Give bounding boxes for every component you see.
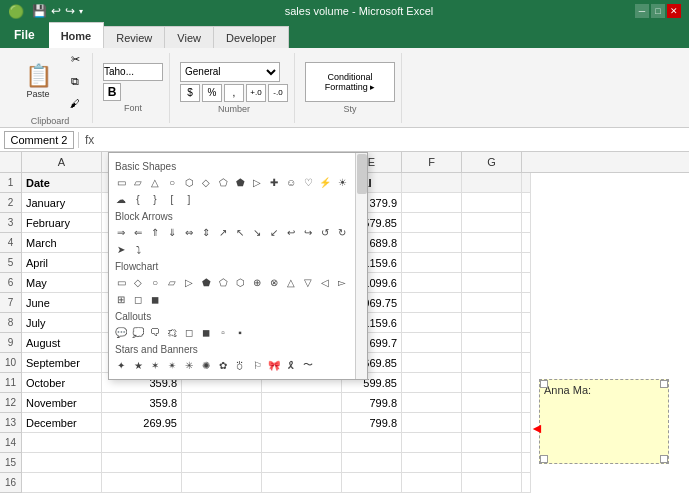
- tab-view[interactable]: View: [165, 26, 214, 48]
- bold-button[interactable]: B: [103, 83, 121, 101]
- cell-13-2[interactable]: [182, 413, 262, 433]
- callout-line[interactable]: ◻: [181, 324, 197, 340]
- shape-rectangle[interactable]: ▭: [113, 174, 129, 190]
- comment-resize-handle[interactable]: [660, 455, 668, 463]
- star-5pt[interactable]: ★: [130, 357, 146, 373]
- flow-punched-card[interactable]: ⊕: [249, 274, 265, 290]
- cell-8-6[interactable]: [462, 313, 522, 333]
- cell-14-1[interactable]: [102, 433, 182, 453]
- cell-14-6[interactable]: [462, 433, 522, 453]
- cell-16-4[interactable]: [342, 473, 402, 493]
- callout-cloud[interactable]: 🗯: [164, 324, 180, 340]
- ribbon-2[interactable]: 🎗: [283, 357, 299, 373]
- flow-decision[interactable]: ◇: [130, 274, 146, 290]
- dec-inc-btn[interactable]: +.0: [246, 84, 266, 102]
- flow-delay[interactable]: ◼: [147, 291, 163, 307]
- flow-extract[interactable]: ▻: [334, 274, 350, 290]
- cell-8-0[interactable]: July: [22, 313, 102, 333]
- cell-6-5[interactable]: [402, 273, 462, 293]
- font-name-input[interactable]: [103, 63, 163, 81]
- cell-1-5[interactable]: [402, 173, 462, 193]
- shape-hexagon[interactable]: ⬡: [181, 174, 197, 190]
- shape-lightning[interactable]: ⚡: [317, 174, 333, 190]
- cell-2-6[interactable]: [462, 193, 522, 213]
- cell-1-7[interactable]: [522, 173, 531, 193]
- name-box[interactable]: [4, 131, 74, 149]
- cell-14-7[interactable]: [522, 433, 531, 453]
- cell-13-0[interactable]: December: [22, 413, 102, 433]
- callout-bent-line[interactable]: ◼: [198, 324, 214, 340]
- comment-resize-handle-bl[interactable]: [540, 455, 548, 463]
- callout-double-line[interactable]: ▫: [215, 324, 231, 340]
- block-arrow-ud[interactable]: ⇕: [198, 224, 214, 240]
- close-btn[interactable]: ✕: [667, 4, 681, 18]
- cell-15-7[interactable]: [522, 453, 531, 473]
- redo-quick-btn[interactable]: ↪: [65, 4, 75, 18]
- shape-triangle[interactable]: △: [147, 174, 163, 190]
- shapes-panel-scrollbar[interactable]: [355, 153, 367, 379]
- undo-quick-btn[interactable]: ↩: [51, 4, 61, 18]
- cell-12-0[interactable]: November: [22, 393, 102, 413]
- cell-15-6[interactable]: [462, 453, 522, 473]
- callout-no-border[interactable]: ▪: [232, 324, 248, 340]
- cell-7-0[interactable]: June: [22, 293, 102, 313]
- block-arrow-curved-l[interactable]: ↪: [300, 224, 316, 240]
- shape-brace-r[interactable]: }: [147, 191, 163, 207]
- cell-16-5[interactable]: [402, 473, 462, 493]
- number-format-select[interactable]: General: [180, 62, 280, 82]
- block-arrow-ur[interactable]: ↗: [215, 224, 231, 240]
- col-header-f[interactable]: F: [402, 152, 462, 172]
- cell-13-3[interactable]: [262, 413, 342, 433]
- shape-arrow-right[interactable]: ▷: [249, 174, 265, 190]
- shape-cross[interactable]: ✚: [266, 174, 282, 190]
- block-arrow-ccw[interactable]: ↻: [334, 224, 350, 240]
- cell-9-0[interactable]: August: [22, 333, 102, 353]
- flow-data[interactable]: ▱: [164, 274, 180, 290]
- cell-4-0[interactable]: March: [22, 233, 102, 253]
- cell-7-5[interactable]: [402, 293, 462, 313]
- flow-collate[interactable]: ▽: [300, 274, 316, 290]
- block-arrow-striped[interactable]: ⤵: [130, 241, 146, 257]
- block-arrow-dl[interactable]: ↙: [266, 224, 282, 240]
- shape-bracket-r[interactable]: ]: [181, 191, 197, 207]
- cell-2-7[interactable]: [522, 193, 531, 213]
- cell-10-6[interactable]: [462, 353, 522, 373]
- col-header-a[interactable]: A: [22, 152, 102, 172]
- shape-parallelogram[interactable]: ▱: [130, 174, 146, 190]
- star-flower[interactable]: ✿: [215, 357, 231, 373]
- cell-5-0[interactable]: April: [22, 253, 102, 273]
- cell-3-6[interactable]: [462, 213, 522, 233]
- shape-pentagon[interactable]: ⬠: [215, 174, 231, 190]
- percent-btn[interactable]: %: [202, 84, 222, 102]
- cell-12-4[interactable]: 799.8: [342, 393, 402, 413]
- cell-13-1[interactable]: 269.95: [102, 413, 182, 433]
- shape-bracket-l[interactable]: [: [164, 191, 180, 207]
- callout-rounded[interactable]: 💭: [130, 324, 146, 340]
- cell-15-4[interactable]: [342, 453, 402, 473]
- cell-8-5[interactable]: [402, 313, 462, 333]
- cell-14-5[interactable]: [402, 433, 462, 453]
- cell-7-7[interactable]: [522, 293, 531, 313]
- cell-9-6[interactable]: [462, 333, 522, 353]
- cell-7-6[interactable]: [462, 293, 522, 313]
- shape-cloud[interactable]: ☁: [113, 191, 129, 207]
- cell-12-6[interactable]: [462, 393, 522, 413]
- cell-3-0[interactable]: February: [22, 213, 102, 233]
- cell-9-7[interactable]: [522, 333, 531, 353]
- comma-btn[interactable]: ,: [224, 84, 244, 102]
- block-arrow-dr[interactable]: ↘: [249, 224, 265, 240]
- cell-14-3[interactable]: [262, 433, 342, 453]
- cell-3-5[interactable]: [402, 213, 462, 233]
- cell-12-2[interactable]: [182, 393, 262, 413]
- shape-brace-l[interactable]: {: [130, 191, 146, 207]
- minimize-btn[interactable]: ─: [635, 4, 649, 18]
- block-arrow-lr[interactable]: ⇔: [181, 224, 197, 240]
- cell-16-0[interactable]: [22, 473, 102, 493]
- cell-4-6[interactable]: [462, 233, 522, 253]
- cell-5-5[interactable]: [402, 253, 462, 273]
- save-quick-btn[interactable]: 💾: [32, 4, 47, 18]
- ribbon-1[interactable]: 🎀: [266, 357, 282, 373]
- cell-15-3[interactable]: [262, 453, 342, 473]
- cell-3-7[interactable]: [522, 213, 531, 233]
- cell-4-5[interactable]: [402, 233, 462, 253]
